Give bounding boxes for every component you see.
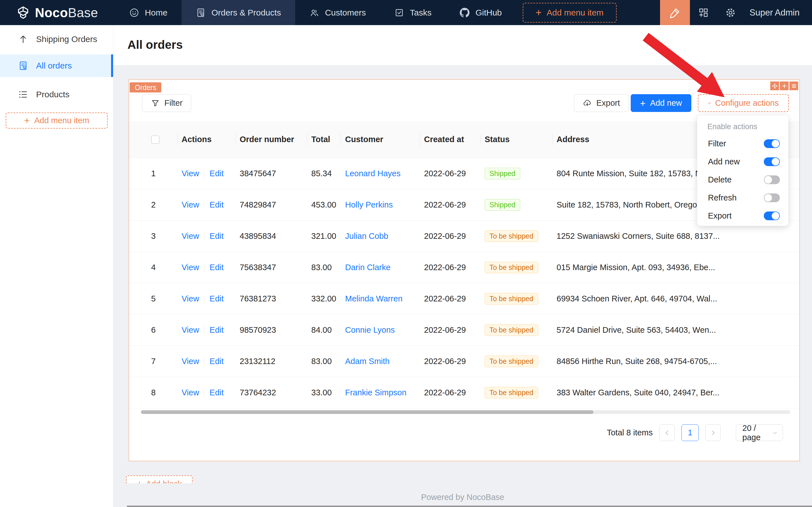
edit-link[interactable]: Edit [210, 169, 224, 178]
customer-link[interactable]: Darin Clarke [345, 263, 391, 272]
enable-action-item-export[interactable]: Export [703, 207, 782, 225]
row-customer[interactable]: Leonard Hayes [341, 169, 420, 178]
view-link[interactable]: View [182, 200, 199, 209]
nocobase-logo[interactable]: NocoBase [0, 0, 115, 25]
drag-block-button[interactable] [770, 81, 779, 90]
row-customer[interactable]: Melinda Warren [341, 294, 420, 303]
row-customer[interactable]: Julian Cobb [341, 231, 420, 241]
enable-action-label: Add new [708, 157, 740, 166]
next-page-button[interactable] [705, 425, 721, 441]
view-link[interactable]: View [182, 357, 199, 366]
column-header-actions[interactable]: Actions [178, 121, 236, 158]
table-row: 8ViewEdit7376423233.00Frankie Simpson202… [129, 377, 799, 408]
row-order-number: 38475647 [236, 169, 307, 178]
customer-link[interactable]: Julian Cobb [345, 231, 388, 240]
row-actions: ViewEdit [178, 325, 236, 335]
edit-link[interactable]: Edit [210, 357, 224, 366]
user-menu[interactable]: Super Admin [744, 0, 812, 25]
current-page-button[interactable]: 1 [682, 425, 699, 441]
nav-item-customers[interactable]: Customers [295, 0, 380, 25]
column-header-customer[interactable]: Customer [341, 121, 420, 158]
status-badge: To be shipped [485, 230, 538, 242]
prev-page-button[interactable] [659, 425, 675, 441]
row-status: To be shipped [481, 230, 553, 242]
scrollbar-thumb[interactable] [141, 410, 593, 414]
toggle-switch[interactable] [764, 212, 780, 220]
status-badge: To be shipped [485, 262, 538, 273]
enable-action-item-add-new[interactable]: Add new [703, 153, 782, 171]
row-created-at: 2022-06-29 [420, 231, 481, 241]
add-new-button[interactable]: + Add new [631, 94, 691, 112]
sidebar-item-shipping-orders[interactable]: Shipping Orders [0, 27, 113, 51]
toggle-switch[interactable] [764, 157, 780, 166]
row-customer[interactable]: Connie Lyons [341, 325, 420, 335]
view-link[interactable]: View [182, 231, 199, 240]
row-customer[interactable]: Holly Perkins [341, 200, 420, 210]
action-divider [204, 264, 205, 272]
gear-icon [708, 99, 710, 108]
row-customer[interactable]: Darin Clarke [341, 263, 420, 272]
action-divider [204, 201, 205, 209]
nav-add-menu-item-button[interactable]: + Add menu item [523, 3, 617, 22]
nav-item-home[interactable]: Home [115, 0, 182, 25]
view-link[interactable]: View [182, 325, 199, 334]
filter-icon [151, 99, 160, 108]
edit-link[interactable]: Edit [210, 263, 224, 272]
drag-icon [772, 83, 778, 89]
enable-action-item-refresh[interactable]: Refresh [703, 189, 782, 207]
row-customer[interactable]: Frankie Simpson [341, 388, 420, 397]
settings-button[interactable] [717, 0, 744, 25]
column-header-created-at[interactable]: Created at [420, 121, 481, 158]
edit-link[interactable]: Edit [210, 325, 224, 334]
page-size-select[interactable]: 20 / page [736, 425, 783, 441]
column-header-total[interactable]: Total [307, 121, 341, 158]
column-header-order-number[interactable]: Order number [236, 121, 307, 158]
enable-action-item-delete[interactable]: Delete [703, 171, 782, 189]
toggle-switch[interactable] [764, 193, 780, 202]
bottom-edge-scrollbar[interactable] [127, 506, 812, 507]
sidebar-add-menu-item-button[interactable]: + Add menu item [6, 113, 108, 128]
row-customer[interactable]: Adam Smith [341, 357, 420, 366]
sidebar-item-all-orders[interactable]: All orders [0, 54, 113, 77]
smiley-icon [129, 8, 139, 18]
add-block-corner-button[interactable] [780, 81, 789, 90]
edit-link[interactable]: Edit [210, 200, 224, 209]
menu-icon [791, 83, 797, 89]
customer-link[interactable]: Adam Smith [345, 357, 390, 366]
toggle-switch[interactable] [764, 139, 780, 148]
edit-link[interactable]: Edit [210, 294, 224, 303]
sidebar-item-products[interactable]: Products [0, 82, 113, 106]
toggle-switch[interactable] [764, 175, 780, 184]
edit-link[interactable]: Edit [210, 231, 224, 240]
nav-item-tasks[interactable]: Tasks [380, 0, 446, 25]
filter-button[interactable]: Filter [142, 94, 191, 112]
plugin-manager-button[interactable] [690, 0, 717, 25]
row-address: 1252 Swaniawski Corners, Suite 688, 8137… [553, 231, 799, 241]
customer-link[interactable]: Frankie Simpson [345, 388, 407, 397]
view-link[interactable]: View [182, 388, 199, 397]
row-index: 6 [129, 325, 178, 335]
customer-link[interactable]: Holly Perkins [345, 200, 393, 209]
block-menu-button[interactable] [790, 81, 798, 90]
export-button[interactable]: Export [574, 94, 629, 112]
nav-item-github[interactable]: GitHub [446, 0, 516, 25]
customer-link[interactable]: Connie Lyons [345, 325, 395, 334]
block-tag: Orders [130, 82, 161, 93]
view-link[interactable]: View [182, 294, 199, 303]
enable-action-item-filter[interactable]: Filter [703, 134, 782, 153]
table-row: 5ViewEdit76381273332.00Melinda Warren202… [129, 283, 799, 315]
edit-link[interactable]: Edit [210, 388, 224, 397]
customer-link[interactable]: Leonard Hayes [345, 169, 401, 178]
add-block-button[interactable]: + Add block [126, 475, 192, 483]
view-link[interactable]: View [182, 169, 199, 178]
view-link[interactable]: View [182, 263, 199, 272]
configure-actions-button[interactable]: Configure actions [698, 94, 789, 112]
column-header-status[interactable]: Status [481, 121, 553, 158]
top-navbar: NocoBase Home Orders & Products Customer… [0, 0, 812, 25]
row-address: 69934 Schoen River, Apt. 646, 49704, Wal… [553, 294, 799, 303]
select-all-checkbox[interactable] [151, 135, 160, 144]
logo-text: NocoBase [35, 5, 98, 20]
customer-link[interactable]: Melinda Warren [345, 294, 403, 303]
ui-editor-button[interactable] [660, 0, 690, 25]
nav-item-orders-products[interactable]: Orders & Products [182, 0, 295, 25]
